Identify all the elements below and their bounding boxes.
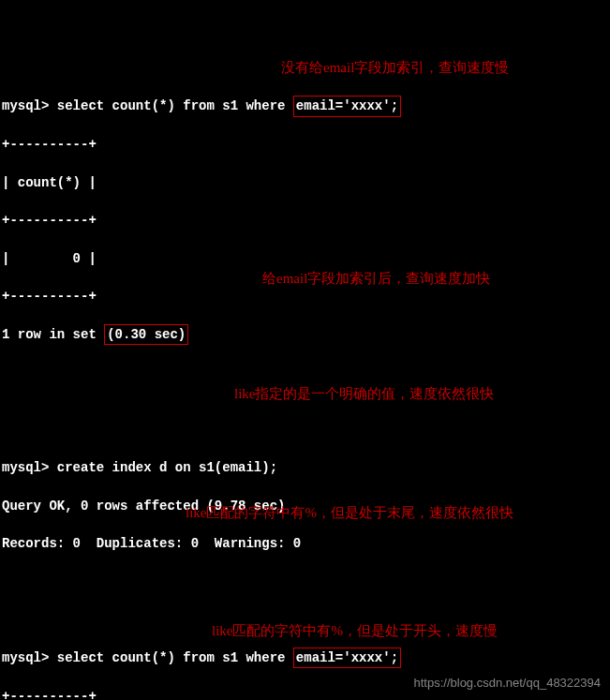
highlight-where-clause: email='xxxx'; — [293, 96, 401, 116]
row-pre: 1 row in set — [2, 327, 104, 342]
query-pre: select count(*) from s1 where — [57, 98, 293, 113]
table-sep: +----------+ — [2, 135, 610, 154]
query-pre: select count(*) from s1 where — [57, 650, 293, 665]
table-value: | 0 | — [2, 249, 610, 268]
mysql-prompt: mysql> — [2, 650, 57, 665]
query-line: mysql> select count(*) from s1 where ema… — [2, 648, 610, 667]
table-sep: +----------+ — [2, 211, 610, 230]
query-line: mysql> select count(*) from s1 where ema… — [2, 97, 610, 115]
table-header: | count(*) | — [2, 173, 610, 192]
annotation: like匹配的字符中有%，但是处于末尾，速度依然很快 — [186, 503, 513, 524]
highlight-where-clause: email='xxxx'; — [293, 648, 401, 668]
mysql-prompt: mysql> — [2, 98, 57, 113]
table-sep: +----------+ — [2, 287, 610, 305]
result-line: 1 row in set (0.30 sec) — [2, 325, 610, 344]
watermark: https://blog.csdn.net/qq_48322394 — [414, 675, 602, 693]
highlight-timing: (0.30 sec) — [104, 324, 188, 345]
annotation: 给email字段加索引后，查询速度加快 — [262, 269, 490, 290]
annotation: like匹配的字符中有%，但是处于开头，速度慢 — [212, 621, 498, 642]
records-line: Records: 0 Duplicates: 0 Warnings: 0 — [2, 534, 610, 553]
annotation: 没有给email字段加索引，查询速度慢 — [281, 58, 509, 79]
create-index-line: mysql> create index d on s1(email); — [2, 458, 610, 477]
annotation: like指定的是一个明确的值，速度依然很快 — [234, 384, 495, 405]
